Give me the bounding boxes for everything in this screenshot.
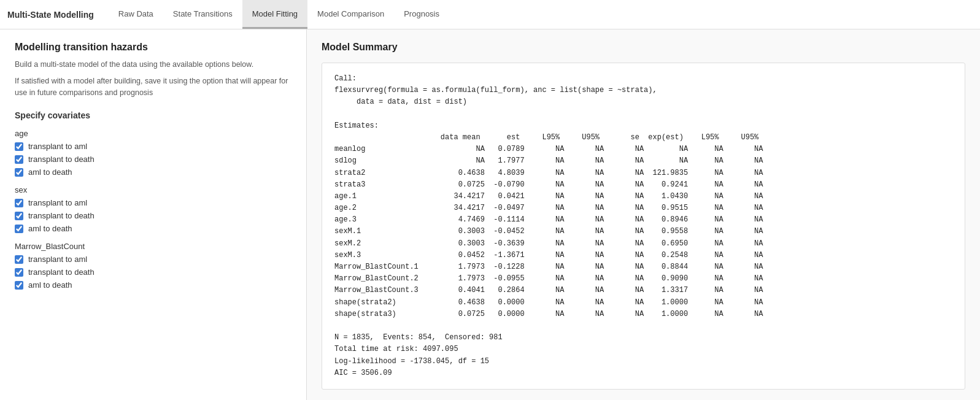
sex-aml-death-label[interactable]: aml to death <box>28 224 72 233</box>
marrow-transplant-aml-checkbox[interactable] <box>15 255 23 264</box>
nav-tabs: Raw Data State Transitions Model Fitting… <box>109 0 449 29</box>
marrow-transplant-aml-label[interactable]: transplant to aml <box>28 255 87 264</box>
tab-prognosis[interactable]: Prognosis <box>394 0 449 29</box>
tab-state-transitions[interactable]: State Transitions <box>163 0 242 29</box>
main-content: Modelling transition hazards Build a mul… <box>0 29 980 400</box>
covariates-section-title: Specify covariates <box>15 110 291 120</box>
left-desc1: Build a multi-state model of the data us… <box>15 59 291 71</box>
age-aml-death-item: aml to death <box>15 167 291 177</box>
right-panel: Model Summary Call: flexsurvreg(formula … <box>307 29 980 400</box>
marrow-aml-death-item: aml to death <box>15 280 291 290</box>
model-summary-box: Call: flexsurvreg(formula = as.formula(f… <box>322 63 965 390</box>
marrow-transplant-aml-item: transplant to aml <box>15 255 291 264</box>
age-aml-death-checkbox[interactable] <box>15 168 23 177</box>
sex-transplant-aml-label[interactable]: transplant to aml <box>28 198 87 207</box>
age-aml-death-label[interactable]: aml to death <box>28 167 72 177</box>
sex-transplant-death-label[interactable]: transplant to death <box>28 211 95 220</box>
left-desc2: If satisfied with a model after building… <box>15 75 291 99</box>
marrow-transplant-death-label[interactable]: transplant to death <box>28 267 95 277</box>
age-transplant-death-item: transplant to death <box>15 155 291 164</box>
age-transplant-death-checkbox[interactable] <box>15 155 23 164</box>
sex-aml-death-item: aml to death <box>15 224 291 233</box>
age-transplant-aml-label[interactable]: transplant to aml <box>28 142 87 151</box>
age-transplant-aml-item: transplant to aml <box>15 142 291 151</box>
marrow-transplant-death-checkbox[interactable] <box>15 268 23 277</box>
top-nav: Multi-State Modelling Raw Data State Tra… <box>0 0 980 29</box>
covariate-sex-label: sex <box>15 185 291 194</box>
brand-label: Multi-State Modelling <box>7 10 94 20</box>
tab-model-comparison[interactable]: Model Comparison <box>307 0 394 29</box>
sex-transplant-aml-checkbox[interactable] <box>15 199 23 207</box>
tab-model-fitting[interactable]: Model Fitting <box>242 0 307 29</box>
left-panel-heading: Modelling transition hazards <box>15 42 291 53</box>
sex-aml-death-checkbox[interactable] <box>15 225 23 233</box>
covariate-age-label: age <box>15 129 291 138</box>
marrow-aml-death-label[interactable]: aml to death <box>28 280 72 290</box>
sex-transplant-death-item: transplant to death <box>15 211 291 220</box>
age-transplant-aml-checkbox[interactable] <box>15 142 23 151</box>
sex-transplant-aml-item: transplant to aml <box>15 198 291 207</box>
model-summary-title: Model Summary <box>322 42 965 53</box>
sex-transplant-death-checkbox[interactable] <box>15 212 23 220</box>
left-panel: Modelling transition hazards Build a mul… <box>0 29 307 400</box>
marrow-transplant-death-item: transplant to death <box>15 267 291 277</box>
age-transplant-death-label[interactable]: transplant to death <box>28 155 95 164</box>
covariate-marrow-label: Marrow_BlastCount <box>15 242 291 251</box>
tab-raw-data[interactable]: Raw Data <box>109 0 163 29</box>
marrow-aml-death-checkbox[interactable] <box>15 281 23 290</box>
